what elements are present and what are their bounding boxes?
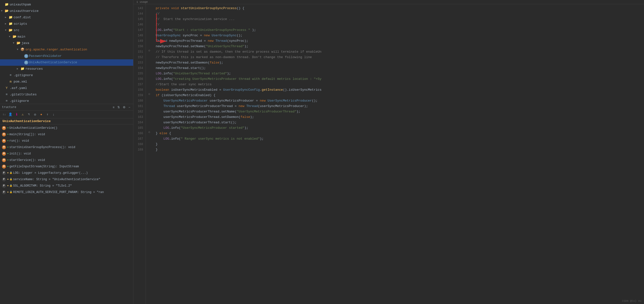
left-panel: 📁unixauthpam▼📂unixauthservice▶📁conf.dist…	[0, 0, 134, 304]
gutter-icon	[146, 80, 153, 86]
struct-item[interactable]: M●getFileInputStream(String): InputStrea…	[0, 163, 133, 170]
code-line: LOG.info(" Ranger userSync metrics is no…	[156, 136, 644, 142]
struct-item[interactable]: F●🔒serviceName: String = "UnixAuthentica…	[0, 176, 133, 183]
line-number: 149	[134, 38, 146, 44]
access-icon: ●	[7, 132, 9, 137]
gutter-icon: ◇	[146, 48, 153, 53]
line-number: 143	[134, 6, 146, 11]
sort-alpha-btn[interactable]: ⇅	[116, 105, 121, 110]
close-btn[interactable]: −	[128, 105, 131, 110]
line-number: 146	[134, 22, 146, 28]
gutter-icon	[146, 124, 153, 129]
line-number: 169	[134, 147, 146, 152]
tree-label: main	[18, 34, 25, 40]
gutter-icon	[146, 108, 153, 113]
tree-icon: 📂	[16, 40, 21, 46]
structure-class-name: UnixAuthenticationService	[0, 118, 133, 124]
line-number: 145	[134, 16, 146, 22]
struct-item[interactable]: M●init(): void	[0, 150, 133, 157]
tree-icon: m	[8, 79, 13, 84]
tree-item-conf-dist[interactable]: ▶📁conf.dist	[0, 14, 133, 21]
inherit-btn[interactable]: ⇑	[45, 112, 50, 117]
code-line: newSyncProcThread.start();	[156, 66, 644, 71]
gutter-icon	[146, 86, 153, 91]
tree-item-unixauthpam[interactable]: 📁unixauthpam	[0, 2, 133, 8]
code-area: 1431441451461471481491501511521531541551…	[134, 4, 644, 304]
structure-header: tructure ≡ ⇅ ⚙ −	[0, 104, 133, 111]
gutter-icon	[146, 118, 153, 124]
tree-item-gitignore[interactable]: ≡.gitignore	[0, 72, 133, 78]
tree-item-gitattributes[interactable]: ≡.gitattributes	[0, 92, 133, 98]
line-number: 154	[134, 66, 146, 71]
info-btn[interactable]: ℹ	[14, 112, 19, 117]
tree-icon: C	[24, 54, 28, 58]
structure-toolbar: ≡ ⇅ ⚙ −	[112, 105, 131, 110]
struct-item[interactable]: F●🔒REMOTE_LOGIN_AUTH_SERVICE_PORT_PARAM:…	[0, 189, 133, 196]
usage-bar: 1 usage	[134, 0, 644, 4]
tree-icon: ≡	[8, 73, 13, 78]
tree-item-java[interactable]: ▼📂java	[0, 40, 133, 46]
struct-item[interactable]: M●UnixAuthenticationService()	[0, 125, 133, 131]
struct-text: startService(): void	[10, 158, 45, 163]
badge-icon: F	[2, 178, 6, 182]
gutter-icon	[146, 97, 153, 102]
tree-item-src[interactable]: ▼📂src	[0, 27, 133, 34]
filter-btn[interactable]: ⌥	[26, 112, 32, 117]
gutter-icon: ◇	[146, 129, 153, 135]
structure-list: M●UnixAuthenticationService()M●main(Stri…	[0, 124, 133, 304]
tree-item-main[interactable]: ▼📂main	[0, 34, 133, 40]
tree-item-scripts[interactable]: ▶📁scripts	[0, 21, 133, 27]
tree-label: UnixAuthenticationService	[29, 60, 77, 65]
line-number: 164	[134, 120, 146, 125]
tree-item-pom-xml[interactable]: mpom.xml	[0, 78, 133, 85]
tree-icon: 📂	[8, 28, 13, 33]
tree-item-gitignore2[interactable]: ≡.gitignore	[0, 98, 133, 104]
code-content[interactable]: private void startUnixUserGroupSyncProce…	[153, 4, 644, 304]
struct-item[interactable]: F●🔒SSL_ALGORITHM: String = "TLSv1.2"	[0, 183, 133, 189]
gutter-icon	[146, 135, 153, 140]
group-btn[interactable]: 👤	[8, 112, 13, 117]
tree-item-PasswordValidator[interactable]: CPasswordValidator	[0, 53, 133, 59]
expand-btn[interactable]: ↓	[51, 112, 56, 117]
struct-item[interactable]: M●startService(): void	[0, 157, 133, 163]
sort-icon-btn[interactable]: ↕↓	[2, 112, 7, 117]
circle-btn[interactable]: ●	[38, 112, 44, 117]
line-number: 163	[134, 114, 146, 120]
badge-icon: M	[2, 152, 6, 156]
tree-item-asf-yaml[interactable]: Y.asf.yaml	[0, 85, 133, 92]
line-number: 158	[134, 87, 146, 93]
gutter-icon	[146, 113, 153, 118]
tree-item-UnixAuthenticationService[interactable]: CUnixAuthenticationService	[0, 59, 133, 66]
watermark: CSDN @Co} Hx	[622, 300, 642, 302]
sort-btn[interactable]: ≡	[112, 105, 116, 110]
access-icon: ●	[7, 164, 9, 169]
code-line: userSyncMetricsProducerThread.setDaemon(…	[156, 114, 644, 120]
tree-label: java	[22, 40, 29, 46]
struct-text: REMOTE_LOGIN_AUTH_SERVICE_PORT_PARAM: St…	[13, 190, 104, 195]
code-line: UserGroupSync syncProc = new UserGroupSy…	[156, 33, 644, 38]
tree-item-unixauthservice[interactable]: ▼📂unixauthservice	[0, 8, 133, 14]
tree-item-resources[interactable]: ▶📁resources	[0, 66, 133, 72]
access-icon: ●	[7, 177, 9, 182]
struct-item[interactable]: M●run(): void	[0, 138, 133, 144]
line-number: 147	[134, 28, 146, 33]
gutter-icon	[146, 140, 153, 146]
badge-icon: F	[2, 171, 6, 175]
gutter-icon	[146, 26, 153, 32]
struct-item[interactable]: M●main(String[]): void	[0, 131, 133, 138]
code-line: private void startUnixUserGroupSyncProce…	[156, 6, 644, 11]
tree-arrow: ▼	[17, 47, 20, 52]
settings-btn[interactable]: ⚙	[122, 105, 126, 110]
right-panel: 1 usage 14314414514614714814915015115215…	[134, 0, 644, 304]
tree-label: pom.xml	[14, 79, 27, 84]
warning-btn[interactable]: ⚠	[20, 112, 26, 117]
line-number: 160	[134, 98, 146, 104]
tree-item-org-pkg[interactable]: ▼📦org.apache.ranger.authentication	[0, 46, 133, 53]
lock-icon: 🔒	[10, 190, 12, 195]
visible-btn[interactable]: ◎	[32, 112, 38, 117]
tree-arrow: ▼	[1, 8, 4, 14]
struct-item[interactable]: M●startUnixUserGroupSyncProcess(): void	[0, 144, 133, 150]
struct-item[interactable]: F●🔒LOG: Logger = LoggerFactory.getLogger…	[0, 170, 133, 176]
code-line: } else {	[156, 131, 644, 136]
tree-icon: 📁	[8, 21, 13, 27]
